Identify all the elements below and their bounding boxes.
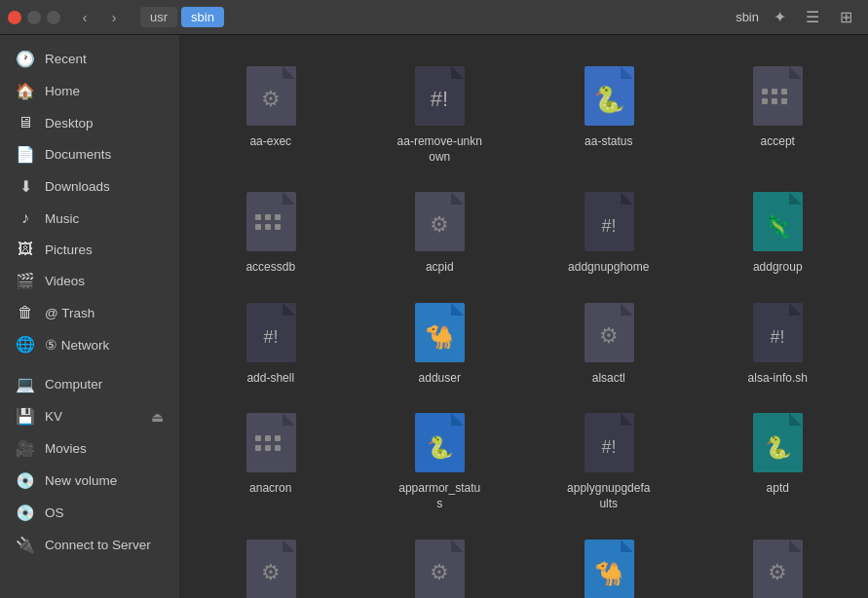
file-item[interactable]: ⚙ alsactl bbox=[526, 287, 692, 394]
file-icon: #! bbox=[410, 60, 469, 131]
svg-rect-48 bbox=[255, 435, 261, 441]
sidebar-item-os[interactable]: 💿 OS bbox=[0, 497, 179, 529]
sidebar-item-desktop[interactable]: 🖥 Desktop bbox=[0, 107, 179, 138]
svg-rect-20 bbox=[265, 214, 271, 220]
file-label: addgnupghome bbox=[568, 260, 649, 276]
sidebar-item-network[interactable]: 🌐 ⑤ Network bbox=[0, 328, 179, 360]
list-view-button[interactable]: ☰ bbox=[798, 3, 827, 32]
sidebar-item-kv[interactable]: 💾 KV ⏏ bbox=[0, 400, 179, 432]
file-item[interactable]: #! add-shell bbox=[188, 287, 354, 394]
file-item[interactable]: accessdb bbox=[188, 176, 354, 283]
file-item[interactable]: ⚙ aa-exec bbox=[188, 51, 354, 172]
back-button[interactable]: ‹ bbox=[72, 5, 97, 30]
toolbar-actions: ✦ ☰ ⊞ bbox=[765, 3, 860, 32]
file-label: aa-status bbox=[585, 134, 632, 150]
sidebar-item-trash[interactable]: 🗑 @ Trash bbox=[0, 297, 179, 328]
grid-view-button[interactable]: ⊞ bbox=[831, 3, 860, 32]
location-button[interactable]: ✦ bbox=[765, 3, 794, 32]
file-item[interactable]: ⚙ arp bbox=[188, 524, 354, 598]
file-grid: ⚙ aa-exec #! aa-remove-unknown bbox=[188, 51, 860, 598]
file-item[interactable]: accept bbox=[696, 51, 861, 172]
pictures-icon: 🖼 bbox=[16, 241, 35, 258]
sidebar-label-network: ⑤ Network bbox=[45, 337, 109, 353]
file-icon: #! bbox=[748, 297, 807, 367]
sidebar-item-videos[interactable]: 🎬 Videos bbox=[0, 265, 179, 297]
svg-text:🐪: 🐪 bbox=[594, 559, 623, 587]
file-item[interactable]: ⚙ arpd bbox=[358, 524, 523, 598]
window-controls bbox=[8, 11, 60, 24]
nav-buttons: ‹ › bbox=[72, 5, 127, 30]
file-icon: 🐪 bbox=[580, 534, 638, 598]
sidebar-label-kv: KV bbox=[45, 409, 62, 424]
svg-text:#!: #! bbox=[771, 327, 785, 347]
file-item[interactable]: ⚙ acpid bbox=[358, 176, 523, 283]
file-icon: ⚙ bbox=[580, 297, 638, 367]
sidebar-item-home[interactable]: 🏠 Home bbox=[0, 75, 179, 107]
file-icon: 🐍 bbox=[580, 60, 638, 131]
downloads-icon: ⬇ bbox=[16, 177, 35, 196]
svg-rect-50 bbox=[275, 435, 281, 441]
os-icon: 💿 bbox=[16, 504, 35, 522]
svg-rect-24 bbox=[275, 224, 281, 230]
file-item[interactable]: #! alsa-info.sh bbox=[696, 287, 861, 394]
file-item[interactable]: 🐍 apparmor_status bbox=[358, 397, 523, 519]
file-item[interactable]: #! addgnupghome bbox=[526, 176, 692, 283]
trash-icon: 🗑 bbox=[16, 304, 35, 321]
file-item[interactable]: anacron bbox=[188, 397, 354, 519]
sidebar-item-downloads[interactable]: ⬇ Downloads bbox=[0, 170, 179, 203]
maximize-button[interactable] bbox=[47, 11, 60, 24]
file-label: acpid bbox=[426, 260, 454, 276]
sidebar-label-computer: Computer bbox=[45, 377, 102, 392]
file-label: alsactl bbox=[592, 371, 625, 387]
file-icon: 🐪 bbox=[410, 297, 469, 367]
eject-icon[interactable]: ⏏ bbox=[151, 409, 164, 425]
titlebar: ‹ › usr sbin sbin ✦ ☰ ⊞ bbox=[0, 0, 868, 35]
svg-text:🐍: 🐍 bbox=[427, 434, 454, 461]
file-label: applygnupgdefaults bbox=[565, 481, 653, 511]
sidebar-item-new-volume[interactable]: 💿 New volume bbox=[0, 465, 179, 497]
file-item[interactable]: 🦎 addgroup bbox=[696, 176, 861, 283]
breadcrumb-usr[interactable]: usr bbox=[140, 7, 177, 27]
sidebar-item-movies[interactable]: 🎥 Movies bbox=[0, 432, 179, 465]
svg-text:⚙: ⚙ bbox=[261, 560, 281, 584]
sidebar: 🕐 Recent 🏠 Home 🖥 Desktop 📄 Documents ⬇ … bbox=[0, 35, 180, 598]
file-grid-container: ⚙ aa-exec #! aa-remove-unknown bbox=[180, 35, 868, 598]
file-item[interactable]: ⚙ avahi-autoipd bbox=[696, 524, 861, 598]
minimize-button[interactable] bbox=[27, 11, 41, 24]
close-button[interactable] bbox=[8, 11, 21, 24]
sidebar-label-home: Home bbox=[45, 84, 80, 98]
svg-rect-12 bbox=[772, 89, 777, 94]
network-icon: 🌐 bbox=[16, 335, 35, 354]
file-icon: ⚙ bbox=[748, 534, 807, 598]
sidebar-label-new-volume: New volume bbox=[45, 473, 117, 488]
file-label: aa-remove-unknown bbox=[396, 134, 483, 165]
sidebar-item-recent[interactable]: 🕐 Recent bbox=[0, 43, 179, 75]
file-item[interactable]: 🐍 aa-status bbox=[526, 51, 692, 172]
svg-rect-13 bbox=[781, 89, 787, 94]
videos-icon: 🎬 bbox=[16, 272, 35, 290]
sidebar-item-documents[interactable]: 📄 Documents bbox=[0, 138, 179, 170]
svg-rect-23 bbox=[265, 224, 271, 230]
file-item[interactable]: 🐪 aspell-autobuildash bbox=[526, 524, 692, 598]
connect-icon: 🔌 bbox=[16, 536, 35, 554]
svg-text:⚙: ⚙ bbox=[430, 212, 449, 237]
forward-button[interactable]: › bbox=[101, 5, 127, 30]
sidebar-item-connect[interactable]: 🔌 Connect to Server bbox=[0, 529, 179, 561]
svg-text:⚙: ⚙ bbox=[768, 560, 787, 584]
file-item[interactable]: #! aa-remove-unknown bbox=[358, 51, 523, 172]
file-label: accessdb bbox=[245, 260, 295, 276]
svg-rect-49 bbox=[265, 435, 271, 441]
movies-icon: 🎥 bbox=[16, 439, 35, 458]
svg-rect-53 bbox=[275, 445, 281, 451]
svg-rect-22 bbox=[255, 224, 261, 230]
sidebar-item-pictures[interactable]: 🖼 Pictures bbox=[0, 234, 179, 265]
file-item[interactable]: 🐍 aptd bbox=[696, 397, 861, 519]
file-label: add-shell bbox=[246, 371, 294, 387]
breadcrumb-sbin[interactable]: sbin bbox=[181, 7, 224, 27]
sidebar-item-music[interactable]: ♪ Music bbox=[0, 203, 179, 234]
file-item[interactable]: #! applygnupgdefaults bbox=[526, 397, 692, 519]
file-icon bbox=[748, 60, 807, 131]
file-item[interactable]: 🐪 adduser bbox=[358, 287, 523, 394]
sidebar-item-computer[interactable]: 💻 Computer bbox=[0, 368, 179, 400]
svg-text:#!: #! bbox=[431, 87, 448, 111]
